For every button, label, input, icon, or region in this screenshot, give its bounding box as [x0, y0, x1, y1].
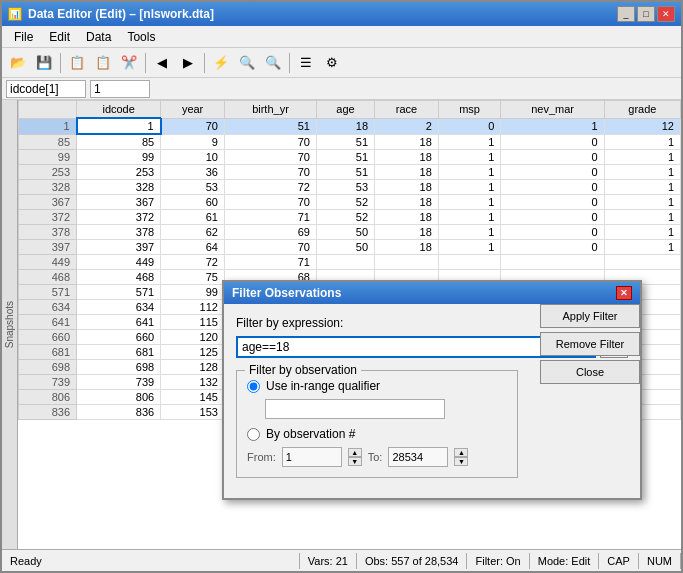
- menu-file[interactable]: File: [6, 28, 41, 46]
- table-row[interactable]: 4494497271: [19, 255, 681, 270]
- cell-msp[interactable]: 1: [438, 180, 501, 195]
- use-in-range-radio[interactable]: [247, 380, 260, 393]
- settings-button[interactable]: ⚙: [320, 52, 344, 74]
- cell-race[interactable]: 18: [375, 134, 439, 150]
- cell-race[interactable]: 18: [375, 165, 439, 180]
- cell-year[interactable]: 125: [161, 345, 225, 360]
- cell-idcode[interactable]: 739: [77, 375, 161, 390]
- table-row[interactable]: 1170511820112: [19, 118, 681, 134]
- cell-birth_yr[interactable]: 71: [224, 255, 316, 270]
- cell-age[interactable]: 50: [316, 225, 374, 240]
- table-row[interactable]: 32832853725318101: [19, 180, 681, 195]
- dialog-close-button[interactable]: ✕: [616, 286, 632, 300]
- cell-year[interactable]: 64: [161, 240, 225, 255]
- zoom-button[interactable]: 🔍: [261, 52, 285, 74]
- cell-age[interactable]: 18: [316, 118, 374, 134]
- maximize-button[interactable]: □: [637, 6, 655, 22]
- cell-year[interactable]: 115: [161, 315, 225, 330]
- cell-race[interactable]: 18: [375, 240, 439, 255]
- cell-nev_mar[interactable]: 0: [501, 134, 604, 150]
- cut-button[interactable]: ✂️: [117, 52, 141, 74]
- cell-age[interactable]: 50: [316, 240, 374, 255]
- col-header-grade[interactable]: grade: [604, 101, 680, 119]
- cell-year[interactable]: 153: [161, 405, 225, 420]
- cell-age[interactable]: 52: [316, 210, 374, 225]
- cell-race[interactable]: 18: [375, 180, 439, 195]
- cell-birth_yr[interactable]: 70: [224, 195, 316, 210]
- minimize-button[interactable]: _: [617, 6, 635, 22]
- table-row[interactable]: 36736760705218101: [19, 195, 681, 210]
- cell-year[interactable]: 53: [161, 180, 225, 195]
- cell-idcode[interactable]: 468: [77, 270, 161, 285]
- cell-birth_yr[interactable]: 70: [224, 240, 316, 255]
- table-row[interactable]: 39739764705018101: [19, 240, 681, 255]
- cell-idcode[interactable]: 253: [77, 165, 161, 180]
- cell-idcode[interactable]: 698: [77, 360, 161, 375]
- col-header-birth_yr[interactable]: birth_yr: [224, 101, 316, 119]
- cell-idcode[interactable]: 449: [77, 255, 161, 270]
- col-header-idcode[interactable]: idcode: [77, 101, 161, 119]
- to-input[interactable]: [388, 447, 448, 467]
- cell-age[interactable]: [316, 255, 374, 270]
- cell-age[interactable]: 52: [316, 195, 374, 210]
- back-button[interactable]: ◀: [150, 52, 174, 74]
- to-up-button[interactable]: ▲: [454, 448, 468, 457]
- cell-idcode[interactable]: 634: [77, 300, 161, 315]
- from-input[interactable]: [282, 447, 342, 467]
- cell-grade[interactable]: 1: [604, 150, 680, 165]
- cell-msp[interactable]: 1: [438, 240, 501, 255]
- cell-race[interactable]: 18: [375, 195, 439, 210]
- from-up-button[interactable]: ▲: [348, 448, 362, 457]
- cell-grade[interactable]: 1: [604, 195, 680, 210]
- cell-idcode[interactable]: 836: [77, 405, 161, 420]
- cell-birth_yr[interactable]: 69: [224, 225, 316, 240]
- open-button[interactable]: 📂: [6, 52, 30, 74]
- cell-birth_yr[interactable]: 70: [224, 134, 316, 150]
- snapshots-sidebar[interactable]: Snapshots: [2, 100, 18, 549]
- col-header-year[interactable]: year: [161, 101, 225, 119]
- search-button[interactable]: 🔍: [235, 52, 259, 74]
- cell-year[interactable]: 36: [161, 165, 225, 180]
- cell-idcode[interactable]: 571: [77, 285, 161, 300]
- cell-nev_mar[interactable]: 0: [501, 225, 604, 240]
- cell-birth_yr[interactable]: 70: [224, 165, 316, 180]
- cell-grade[interactable]: 1: [604, 180, 680, 195]
- filter-button[interactable]: ⚡: [209, 52, 233, 74]
- in-range-input[interactable]: [265, 399, 445, 419]
- cell-age[interactable]: 51: [316, 150, 374, 165]
- cell-year[interactable]: 60: [161, 195, 225, 210]
- cell-msp[interactable]: 1: [438, 134, 501, 150]
- cell-race[interactable]: 2: [375, 118, 439, 134]
- cell-nev_mar[interactable]: [501, 255, 604, 270]
- cell-grade[interactable]: 1: [604, 165, 680, 180]
- cell-idcode[interactable]: 85: [77, 134, 161, 150]
- cell-idcode[interactable]: 378: [77, 225, 161, 240]
- menu-edit[interactable]: Edit: [41, 28, 78, 46]
- cell-msp[interactable]: 0: [438, 118, 501, 134]
- cell-year[interactable]: 120: [161, 330, 225, 345]
- save-button[interactable]: 💾: [32, 52, 56, 74]
- copy-button[interactable]: 📋: [65, 52, 89, 74]
- cell-year[interactable]: 99: [161, 285, 225, 300]
- remove-filter-button[interactable]: Remove Filter: [540, 332, 640, 356]
- cell-birth_yr[interactable]: 72: [224, 180, 316, 195]
- cell-grade[interactable]: 1: [604, 225, 680, 240]
- table-row[interactable]: 999910705118101: [19, 150, 681, 165]
- table-row[interactable]: 37837862695018101: [19, 225, 681, 240]
- cell-birth_yr[interactable]: 70: [224, 150, 316, 165]
- cell-value[interactable]: [90, 80, 150, 98]
- cell-year[interactable]: 128: [161, 360, 225, 375]
- cell-msp[interactable]: 1: [438, 195, 501, 210]
- cell-birth_yr[interactable]: 51: [224, 118, 316, 134]
- to-down-button[interactable]: ▼: [454, 457, 468, 466]
- cell-idcode[interactable]: 641: [77, 315, 161, 330]
- cell-year[interactable]: 145: [161, 390, 225, 405]
- cell-grade[interactable]: 1: [604, 134, 680, 150]
- menu-tools[interactable]: Tools: [119, 28, 163, 46]
- cell-age[interactable]: 53: [316, 180, 374, 195]
- cell-msp[interactable]: 1: [438, 225, 501, 240]
- table-row[interactable]: 37237261715218101: [19, 210, 681, 225]
- apply-filter-button[interactable]: Apply Filter: [540, 304, 640, 328]
- forward-button[interactable]: ▶: [176, 52, 200, 74]
- table-row[interactable]: 25325336705118101: [19, 165, 681, 180]
